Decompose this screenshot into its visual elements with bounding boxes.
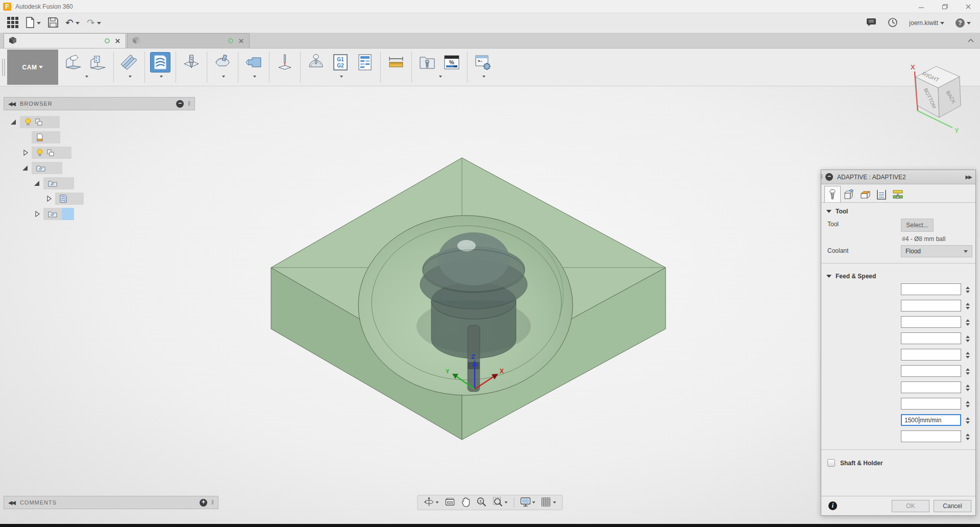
field-input[interactable]: [901, 332, 961, 344]
spinner-up-icon[interactable]: [966, 286, 970, 289]
spinner-down-icon[interactable]: [966, 372, 970, 375]
feed-section-header[interactable]: Feed & Speed: [821, 268, 975, 282]
field-input[interactable]: [901, 430, 961, 442]
spinner-up-icon[interactable]: [966, 401, 970, 403]
tree-item-0[interactable]: [4, 115, 195, 128]
tree-item-labelchip[interactable]: [62, 177, 74, 189]
hide-panel-icon[interactable]: −: [176, 100, 184, 108]
expander-collapsed-icon[interactable]: [22, 150, 29, 156]
field-input[interactable]: [901, 365, 961, 377]
tree-item-labelchip[interactable]: [62, 208, 74, 220]
ribbon-group-label[interactable]: [220, 76, 225, 78]
coolant-dropdown[interactable]: Flood: [901, 245, 972, 257]
ok-button[interactable]: OK: [892, 500, 929, 512]
setup-folder-small-icon[interactable]: [36, 164, 45, 172]
spinner-up-icon[interactable]: [966, 434, 970, 436]
browser-header[interactable]: ◀◀ BROWSER − ‖: [4, 97, 195, 110]
look-at-button[interactable]: [442, 497, 458, 509]
tool-library-icon[interactable]: [417, 52, 437, 73]
spinner-control[interactable]: [965, 333, 971, 344]
setup-folder-icon[interactable]: [63, 52, 84, 73]
tree-item-labelchip[interactable]: [50, 162, 62, 174]
view-cube[interactable]: X Y RIGHT BOTTOM BACK: [899, 62, 971, 136]
spinner-down-icon[interactable]: [966, 405, 970, 408]
units-doc-icon[interactable]: [36, 133, 43, 141]
scripts-addins-icon[interactable]: >-: [473, 52, 493, 73]
turning-icon[interactable]: [243, 52, 264, 73]
document-tab-1[interactable]: ✕: [127, 33, 250, 48]
pan-button[interactable]: [458, 496, 474, 510]
spinner-down-icon[interactable]: [966, 340, 970, 342]
component-icon[interactable]: [35, 118, 43, 126]
dialog-header[interactable]: − ADAPTIVE : ADAPTIVE2 ▶▶: [821, 170, 975, 184]
spinner-down-icon[interactable]: [966, 389, 970, 391]
ribbon-group-label[interactable]: [158, 76, 163, 78]
tree-item-6[interactable]: [4, 207, 195, 220]
cancel-button[interactable]: Cancel: [934, 500, 971, 512]
close-button[interactable]: [957, 0, 980, 13]
spinner-control[interactable]: [965, 300, 971, 312]
spinner-up-icon[interactable]: [966, 417, 970, 420]
spinner-control[interactable]: [965, 366, 971, 377]
bulb-icon[interactable]: [24, 118, 32, 126]
clock-icon[interactable]: [888, 17, 898, 29]
linking-tab[interactable]: [890, 186, 906, 202]
field-input[interactable]: [901, 398, 961, 410]
field-input[interactable]: 1500 mm/min: [901, 414, 961, 426]
spinner-up-icon[interactable]: [966, 368, 970, 371]
setup-folder2-icon[interactable]: [88, 52, 108, 73]
multiaxis-icon[interactable]: [212, 52, 233, 73]
setup-folder-small-icon[interactable]: [48, 210, 57, 218]
file-button[interactable]: [26, 17, 41, 30]
dialog-dock-icon[interactable]: ▶▶: [966, 174, 971, 180]
field-input[interactable]: [901, 349, 961, 361]
tree-item-4[interactable]: [4, 177, 195, 189]
spinner-control[interactable]: [965, 382, 971, 393]
field-input[interactable]: [901, 283, 961, 295]
ribbon-group-label[interactable]: [83, 76, 88, 78]
dialog-grip[interactable]: ‖: [820, 173, 823, 180]
expander-expanded-icon[interactable]: [22, 165, 29, 171]
fit-button[interactable]: [490, 496, 511, 510]
ribbon-group-label[interactable]: [338, 76, 343, 78]
spinner-control[interactable]: [965, 431, 971, 442]
simulate-icon[interactable]: [306, 52, 326, 73]
zoom-button[interactable]: ±: [474, 496, 490, 510]
spinner-down-icon[interactable]: [966, 421, 970, 424]
ribbon-group-label[interactable]: [251, 76, 256, 78]
panel-grip[interactable]: ‖: [211, 499, 214, 506]
tree-item-labelchip[interactable]: [48, 131, 60, 143]
spinner-down-icon[interactable]: [966, 291, 970, 293]
dialog-collapse-icon[interactable]: −: [825, 173, 833, 181]
spinner-control[interactable]: [965, 284, 971, 295]
field-input[interactable]: [901, 381, 961, 393]
post-g1g2-icon[interactable]: G1G2: [330, 52, 351, 73]
orbit-button[interactable]: [421, 496, 442, 510]
geometry-tab[interactable]: [841, 186, 857, 202]
setup-sheet-icon[interactable]: [355, 52, 375, 73]
tree-item-3[interactable]: [4, 161, 195, 174]
spinner-down-icon[interactable]: [966, 323, 970, 326]
expander-expanded-icon[interactable]: [34, 180, 40, 186]
close-tab-icon[interactable]: ✕: [115, 37, 120, 45]
collapse-ribbon-button[interactable]: [968, 37, 974, 44]
user-menu[interactable]: joern.kiwitt: [909, 19, 944, 27]
collapse-panel-icon[interactable]: ◀◀: [8, 499, 15, 506]
tree-item-2[interactable]: [4, 146, 195, 159]
tool-section-header[interactable]: Tool: [821, 203, 975, 217]
bulb-icon[interactable]: [36, 149, 43, 157]
heights-tab[interactable]: [857, 186, 873, 202]
collapse-panel-icon[interactable]: ◀◀: [8, 101, 15, 107]
expander-expanded-icon[interactable]: [11, 119, 17, 125]
spinner-control[interactable]: [965, 398, 971, 410]
passes-tab[interactable]: [873, 186, 890, 202]
tool-select-button[interactable]: Select...: [901, 219, 934, 232]
spinner-up-icon[interactable]: [966, 352, 970, 354]
ribbon-group-label[interactable]: [127, 76, 132, 78]
workspace-selector[interactable]: CAM: [7, 50, 58, 85]
expander-collapsed-icon[interactable]: [34, 211, 40, 217]
panel-grip[interactable]: ‖: [188, 100, 190, 107]
spinner-control[interactable]: [965, 317, 971, 328]
component-icon[interactable]: [46, 149, 55, 157]
spinner-control[interactable]: [965, 349, 971, 361]
